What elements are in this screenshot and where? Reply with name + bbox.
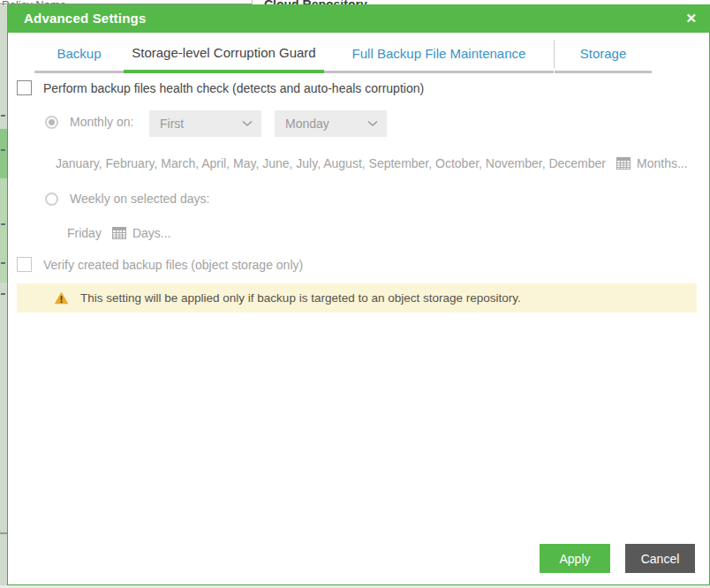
calendar-icon — [616, 157, 631, 170]
weekly-row: Weekly on selected days: — [45, 192, 210, 206]
health-check-label: Perform backup files health check (detec… — [43, 81, 424, 95]
background-selected-item-fragment — [0, 129, 7, 178]
chevron-down-icon — [367, 120, 378, 127]
screen: Policy Name Cloud Repository Advanced Se… — [0, 0, 710, 588]
background-text-fragment — [1, 262, 5, 264]
close-icon[interactable]: ✕ — [681, 4, 702, 33]
monthly-radio[interactable] — [45, 116, 58, 129]
tab-backup[interactable]: Backup — [34, 35, 124, 73]
cancel-button[interactable]: Cancel — [625, 544, 695, 573]
dialog-title: Advanced Settings — [24, 11, 146, 26]
calendar-icon — [112, 227, 126, 239]
tab-bar: Backup Storage-level Corruption Guard Fu… — [8, 33, 709, 73]
tab-full-backup-file-maintenance[interactable]: Full Backup File Maintenance — [324, 35, 554, 73]
background-page-left-strip — [0, 5, 7, 588]
verify-row: Verify created backup files (object stor… — [17, 257, 303, 272]
background-line-fragment — [0, 532, 7, 534]
warning-icon — [54, 291, 69, 305]
background-text-fragment — [1, 115, 5, 117]
tab-storage[interactable]: Storage — [555, 35, 652, 73]
days-button[interactable]: Days... — [132, 226, 171, 240]
advanced-settings-dialog: Advanced Settings ✕ Backup Storage-level… — [7, 4, 710, 585]
background-panel-fragment — [0, 178, 7, 283]
verify-label: Verify created backup files (object stor… — [43, 258, 303, 272]
verify-checkbox[interactable] — [17, 257, 32, 272]
weekday-dropdown[interactable]: Monday — [275, 110, 387, 137]
weekly-radio[interactable] — [45, 192, 58, 206]
apply-button[interactable]: Apply — [540, 544, 610, 573]
health-check-checkbox[interactable] — [17, 80, 32, 95]
monthly-row: Monthly on: — [45, 115, 133, 129]
days-row: Friday Days... — [67, 226, 170, 240]
dialog-titlebar: Advanced Settings ✕ — [7, 4, 710, 33]
weekday-value: Monday — [285, 117, 367, 131]
months-selected-list: January, February, March, April, May, Ju… — [56, 156, 606, 170]
warning-text: This setting will be applied only if bac… — [80, 291, 521, 305]
radio-dot — [49, 119, 55, 125]
week-number-dropdown[interactable]: First — [149, 110, 261, 137]
months-button[interactable]: Months... — [637, 156, 688, 170]
tab-storage-level-corruption-guard[interactable]: Storage-level Corruption Guard — [124, 34, 324, 73]
monthly-label: Monthly on: — [70, 115, 133, 129]
background-text-fragment — [1, 149, 5, 151]
warning-banner: This setting will be applied only if bac… — [17, 283, 697, 313]
days-selected-list: Friday — [67, 226, 102, 240]
background-text-fragment — [1, 293, 5, 295]
health-check-row: Perform backup files health check (detec… — [17, 80, 424, 95]
months-row: January, February, March, April, May, Ju… — [56, 156, 688, 170]
weekly-label: Weekly on selected days: — [70, 192, 210, 206]
week-number-value: First — [160, 117, 242, 131]
chevron-down-icon — [242, 120, 253, 127]
background-text-fragment — [1, 223, 5, 225]
